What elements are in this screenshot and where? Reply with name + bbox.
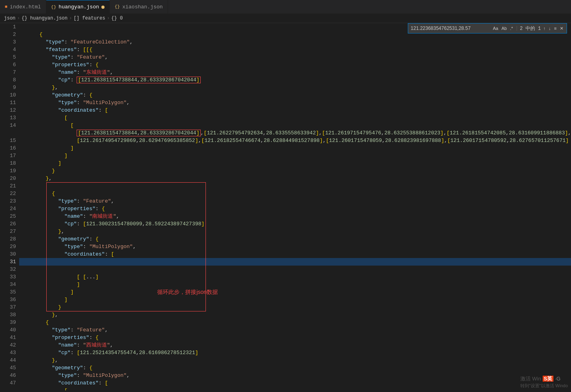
code-area[interactable]: 1 2 3 4 5 6 7 8 9 10 11 12 13 14 14 15 1… — [0, 23, 571, 390]
ln-15: 15 — [8, 137, 16, 144]
ln-28: 28 — [8, 235, 16, 243]
watermark-extra: ·G — [555, 376, 561, 382]
code-line-10: "type": "MultiPolygon", — [19, 91, 571, 99]
code-line-25: "cp": [121.30023154780099,28.59224389742… — [19, 213, 571, 220]
breadcrumb: json › {} huangyan.json › [] features › … — [0, 14, 571, 23]
breadcrumb-features: [] features — [73, 16, 105, 21]
code-line-39: "type": "Feature", — [19, 319, 571, 326]
search-next-btn[interactable]: ↓ — [548, 26, 552, 31]
search-bar[interactable]: Aa Ab .* | 2 中的 1 ↑ ↓ ≡ ✕ — [408, 23, 567, 33]
code-line-20 — [19, 175, 571, 182]
ln-30: 30 — [8, 250, 16, 258]
ln-2: 2 — [8, 31, 16, 38]
code-line-35: ] — [19, 288, 571, 296]
ln-9: 9 — [8, 84, 16, 91]
code-line-4: "type": "Feature", — [19, 46, 571, 53]
ln-23: 23 — [8, 197, 16, 205]
ln-29: 29 — [8, 243, 16, 250]
breadcrumb-0: {} 0 — [111, 16, 123, 21]
code-line-14b: [121.26174954729869,28.629476965385852],… — [19, 129, 571, 137]
ln-8: 8 — [8, 76, 16, 84]
ln-47: 47 — [8, 379, 16, 387]
ln-42: 42 — [8, 341, 16, 349]
ln-41: 41 — [8, 334, 16, 341]
ln-44: 44 — [8, 357, 16, 364]
ln-45: 45 — [8, 364, 16, 372]
ln-7: 7 — [8, 69, 16, 76]
code-line-36: } — [19, 296, 571, 303]
code-line-17: ] — [19, 152, 571, 160]
code-line-32: [...] — [19, 266, 571, 273]
code-line-15: ] — [19, 137, 571, 144]
code-content[interactable]: { "type": "FeatureCollection", "features… — [19, 23, 571, 390]
ln-31: 31 — [8, 258, 16, 266]
ln-39: 39 — [8, 319, 16, 326]
html-icon: ■ — [5, 4, 8, 9]
ln-38: 38 — [8, 311, 16, 319]
breadcrumb-json: json — [4, 16, 16, 21]
search-input[interactable] — [411, 26, 490, 31]
modified-dot — [101, 6, 105, 9]
code-line-12: [ — [19, 106, 571, 114]
ln-12: 12 — [8, 106, 16, 114]
code-line-30: [ — [19, 250, 571, 258]
ln-24: 24 — [8, 205, 16, 213]
code-line-26: }, — [19, 220, 571, 228]
code-line-45: "type": "MultiPolygon", — [19, 364, 571, 372]
code-line-46: "coordinates": [ — [19, 372, 571, 379]
search-regex-btn[interactable]: .* — [509, 26, 514, 31]
tab-label-xiaoshan: xiaoshan.json — [122, 4, 162, 10]
ln-14a: 14 — [8, 122, 16, 129]
ln-6: 6 — [8, 61, 16, 69]
ln-13: 13 — [8, 114, 16, 122]
code-line-34: ] — [19, 281, 571, 288]
ln-1: 1 — [8, 23, 16, 31]
ln-40: 40 — [8, 326, 16, 334]
code-line-47: [ — [19, 379, 571, 387]
tab-xiaoshan[interactable]: {} xiaoshan.json — [110, 0, 168, 14]
code-line-27: "geometry": { — [19, 228, 571, 235]
code-line-8: }, — [19, 76, 571, 84]
ln-17: 17 — [8, 152, 16, 160]
watermark: 激活 Win S英 ·G 转到"设置"以激活 Windo — [520, 375, 568, 389]
ln-32: 32 — [8, 266, 16, 273]
watermark-s: S英 — [543, 376, 554, 382]
tab-index[interactable]: ■ index.html — [0, 0, 46, 14]
code-line-23: "properties": { — [19, 197, 571, 205]
watermark-settings: 转到"设置"以激活 Windo — [520, 383, 568, 388]
search-multiline-btn[interactable]: ≡ — [553, 26, 557, 31]
ln-19: 19 — [8, 167, 16, 175]
code-line-24: "name": "南城街道", — [19, 205, 571, 213]
code-line-43: }, — [19, 349, 571, 357]
ln-26: 26 — [8, 220, 16, 228]
ln-33: 33 — [8, 273, 16, 281]
line-numbers: 1 2 3 4 5 6 7 8 9 10 11 12 13 14 14 15 1… — [0, 23, 19, 390]
ln-36: 36 — [8, 296, 16, 303]
ln-21: 21 — [8, 182, 16, 190]
ln-37: 37 — [8, 303, 16, 311]
search-close-btn[interactable]: ✕ — [559, 26, 564, 31]
json-icon-huangyan: {} — [51, 5, 56, 10]
breadcrumb-huangyan: {} huangyan.json — [22, 16, 67, 21]
search-case-btn[interactable]: Aa — [492, 26, 499, 31]
search-word-btn[interactable]: Ab — [501, 26, 508, 31]
code-line-29: "coordinates": [ — [19, 243, 571, 250]
code-line-13: [ — [19, 114, 571, 122]
code-line-3: "features": [[{ — [19, 38, 571, 46]
code-line-11: "coordinates": [ — [19, 99, 571, 106]
tab-label-index: index.html — [10, 4, 41, 10]
ln-25: 25 — [8, 213, 16, 220]
ln-5: 5 — [8, 53, 16, 61]
code-line-19: }, — [19, 167, 571, 175]
code-line-14a: [121.26381154738844,28.633392867042044],… — [19, 122, 571, 129]
code-line-31: ▶ [ 循环此步，拼接json数据 — [19, 258, 571, 266]
code-line-18: } — [19, 160, 571, 167]
ln-22: 22 — [8, 190, 16, 197]
code-line-44: "geometry": { — [19, 357, 571, 364]
search-prev-btn[interactable]: ↑ — [543, 26, 547, 31]
selection-region: { "type": "Feature", "properties": { "na… — [19, 182, 571, 311]
ln-43: 43 — [8, 349, 16, 357]
ln-16: 16 — [8, 144, 16, 152]
tab-huangyan[interactable]: {} huangyan.json — [46, 0, 110, 14]
ln-4: 4 — [8, 46, 16, 53]
